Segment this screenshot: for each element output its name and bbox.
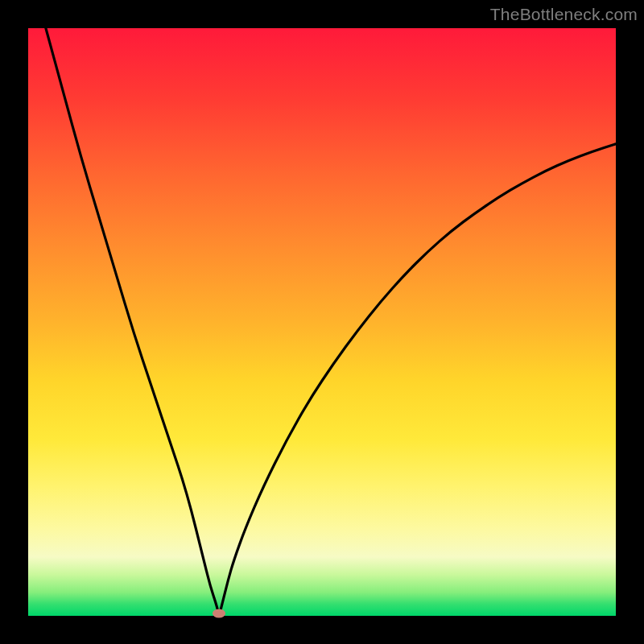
curve-minimum-marker: [213, 609, 225, 618]
curve-path: [46, 28, 616, 613]
plot-area: [28, 28, 616, 616]
bottleneck-curve: [28, 28, 616, 616]
chart-frame: TheBottleneck.com: [0, 0, 644, 644]
watermark-text: TheBottleneck.com: [490, 5, 638, 24]
